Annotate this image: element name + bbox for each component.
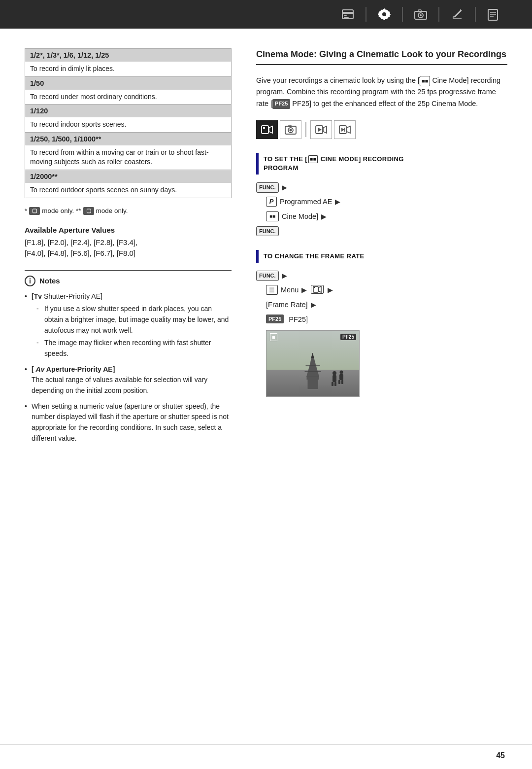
- proc-step-func-1: FUNC. ▶: [256, 182, 507, 193]
- bottom-line: [0, 744, 532, 745]
- svg-marker-33: [311, 353, 314, 358]
- page-number: 45: [496, 751, 505, 760]
- svg-point-18: [290, 129, 292, 131]
- tv-sub-list: If you use a slow shutter speed in dark …: [32, 304, 232, 359]
- manual-icon: [485, 5, 502, 23]
- table-footnote: * ▢ mode only. ** ▢ mode only.: [25, 207, 232, 215]
- svg-marker-22: [318, 128, 322, 132]
- arrow-2: ▶: [335, 197, 340, 207]
- shutter-value-2: 1/50: [25, 77, 231, 90]
- shutter-desc-5: To record outdoor sports scenes on sunny…: [25, 183, 231, 198]
- shutter-desc-4: To record from within a moving car or tr…: [25, 145, 231, 170]
- footnote-star-text: mode only. **: [42, 207, 81, 214]
- preview-corner-icon: ■: [270, 333, 277, 341]
- svg-rect-2: [344, 15, 347, 16]
- divider-4: [475, 7, 476, 22]
- svg-marker-21: [323, 126, 327, 133]
- mode-icons-divider: [305, 122, 306, 137]
- shutter-desc-1: To record in dimly lit places.: [25, 62, 231, 76]
- section-heading: Cinema Mode: Giving a Cinematic Look to …: [256, 48, 507, 65]
- aperture-values: [F1.8], [F2.0], [F2.4], [F2.8], [F3.4],[…: [25, 237, 232, 259]
- cine-mode-procedure: To set the [■■ Cine Mode] recordingprogr…: [256, 153, 507, 236]
- pf25-preview-badge: PF25: [340, 334, 356, 340]
- shutter-row-2: 1/50 To record under most ordinary condi…: [25, 77, 231, 105]
- svg-point-8: [420, 14, 422, 16]
- fr-func-button-1: FUNC.: [256, 271, 279, 281]
- tv-note-2: The image may flicker when recording wit…: [36, 338, 232, 359]
- cine-mode-icon-heading: ■■: [308, 155, 318, 163]
- divider-3: [438, 7, 439, 22]
- tv-note-1: If you use a slow shutter speed in dark …: [36, 304, 232, 336]
- note-item-tv: [Tv Shutter-Priority AE] If you use a sl…: [25, 291, 232, 359]
- svg-point-36: [332, 371, 336, 375]
- frame-rate-subheading: To change the frame rate: [256, 250, 507, 263]
- shutter-row-5: 1/2000** To record outdoor sports scenes…: [25, 170, 231, 198]
- footnote-double-star-text: mode only.: [96, 207, 128, 214]
- camera-icon: [412, 5, 430, 23]
- svg-rect-42: [338, 380, 340, 384]
- cine-mode-icon-step: ■■: [266, 211, 279, 221]
- fr-arrow-3: ▶: [328, 285, 333, 295]
- fr-proc-step-frame-rate: [Frame Rate] ▶: [266, 300, 507, 311]
- divider-1: [366, 7, 366, 22]
- shutter-value-1: 1/2*, 1/3*, 1/6, 1/12, 1/25: [25, 49, 231, 62]
- notes-list: [Tv Shutter-Priority AE] If you use a sl…: [25, 291, 232, 444]
- main-content: 1/2*, 1/3*, 1/6, 1/12, 1/25 To record in…: [0, 29, 532, 749]
- menu-label: Menu: [281, 285, 299, 296]
- fr-arrow-2: ▶: [301, 285, 307, 295]
- svg-rect-38: [332, 382, 333, 386]
- tv-label: [Tv: [32, 292, 42, 300]
- playback-mode-icon: [310, 120, 332, 139]
- notes-section: i Notes [Tv Shutter-Priority AE] If you …: [25, 270, 232, 444]
- fr-proc-step-pf25: PF25 PF25]: [266, 315, 507, 325]
- svg-rect-43: [341, 380, 343, 384]
- notes-label: Notes: [39, 277, 60, 285]
- arrow-3: ▶: [321, 211, 327, 222]
- left-column: 1/2*, 1/3*, 1/6, 1/12, 1/25 To record in…: [25, 48, 232, 734]
- aperture-title: Available Aperture Values: [25, 226, 232, 234]
- shutter-speed-table: 1/2*, 1/3*, 1/6, 1/12, 1/25 To record in…: [25, 48, 232, 198]
- cine-mode-inline-icon: ■■: [420, 76, 430, 87]
- mode-icons-row: [256, 120, 507, 139]
- fr-proc-step-func-1: FUNC. ▶: [256, 271, 507, 281]
- shutter-value-4: 1/250, 1/500, 1/1000**: [25, 133, 231, 145]
- note-item-numeric: When setting a numeric value (aperture o…: [25, 401, 232, 444]
- video-rec-mode-icon: [256, 120, 278, 139]
- settings-icon: [375, 5, 393, 23]
- section-heading-text: Cinema Mode: Giving a Cinematic Look to …: [256, 49, 506, 59]
- shutter-desc-2: To record under most ordinary conditions…: [25, 90, 231, 105]
- proc-step-cine-mode: ■■ Cine Mode] ▶: [266, 211, 507, 222]
- review-mode-icon: [334, 120, 356, 139]
- svg-rect-29: [314, 287, 315, 288]
- top-bar: [0, 0, 532, 29]
- footnote-star: *: [25, 207, 27, 214]
- video-icon-step: [311, 285, 324, 294]
- arrow-1: ▶: [282, 182, 287, 193]
- func-button-2: FUNC.: [256, 226, 279, 237]
- edit-icon: [448, 5, 466, 23]
- menu-icon: ☰: [266, 285, 278, 295]
- info-icon: i: [25, 276, 35, 286]
- svg-rect-39: [334, 382, 336, 386]
- photo-mode-icon-footnote: ▢: [29, 207, 40, 215]
- pf25-badge-inline: PF25: [272, 99, 290, 109]
- cine-mode-subheading: To set the [■■ Cine Mode] recordingprogr…: [256, 153, 507, 175]
- func-button-1: FUNC.: [256, 182, 279, 193]
- notes-header: i Notes: [25, 276, 232, 286]
- svg-marker-25: [341, 128, 344, 132]
- proc-step-prog-ae: P Programmed AE ▶: [266, 197, 507, 208]
- svg-rect-31: [307, 377, 319, 380]
- people-silhouette: [330, 370, 347, 387]
- shutter-row-4: 1/250, 1/500, 1/1000** To record from wi…: [25, 133, 231, 170]
- eiffel-tower-icon: [302, 352, 324, 389]
- svg-rect-1: [342, 12, 353, 14]
- camera-preview: PF25 ■: [266, 330, 360, 397]
- prog-ae-label: Programmed AE: [280, 197, 332, 208]
- svg-point-40: [340, 370, 343, 374]
- prog-ae-icon: P: [266, 197, 277, 207]
- svg-rect-3: [344, 17, 349, 18]
- proc-step-func-2: FUNC.: [256, 226, 507, 237]
- fr-arrow-4: ▶: [311, 300, 316, 310]
- note-item-av: [ Av Aperture-Priority AE] The actual ra…: [25, 364, 232, 396]
- shutter-value-3: 1/120: [25, 105, 231, 117]
